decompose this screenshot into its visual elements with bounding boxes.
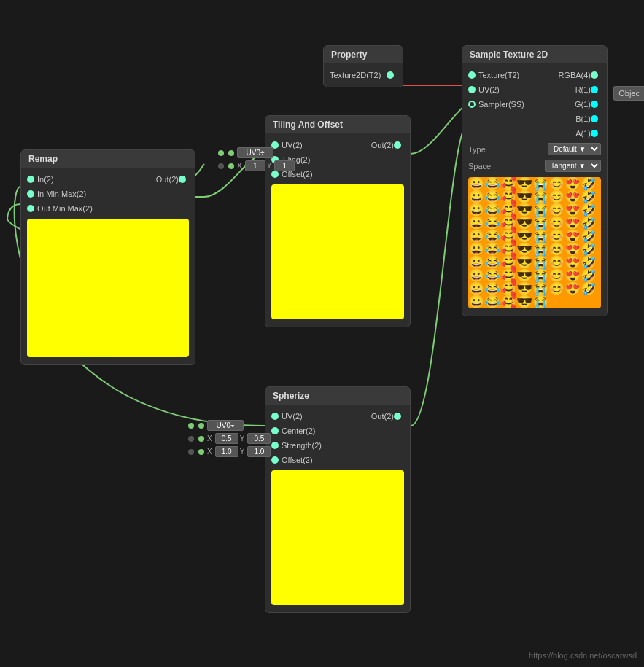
spherize-preview	[271, 470, 404, 605]
remap-preview	[27, 219, 189, 357]
spherize-uv-dropdown-row	[187, 420, 271, 431]
type-select[interactable]: Default ▼	[548, 143, 601, 155]
spherize-uv-in-port[interactable]	[271, 413, 279, 420]
spherize-uv-row: UV(2) Out(2)	[265, 409, 410, 424]
sampler-row: Sampler(SS) G(1)	[462, 97, 607, 112]
tiling-dot2	[228, 150, 234, 156]
emoji-display: 😀😂🥰😎😭😊😍🤣😀😂🥰😎😭😊😍🤣😀😂🥰😎😭😊😍🤣😀😂🥰😎😭😊😍🤣😀😂🥰😎😭😊😍🤣…	[468, 177, 601, 308]
remap-out-port[interactable]	[179, 176, 186, 183]
type-row: Type Default ▼	[462, 141, 607, 157]
tiling-dot3	[218, 163, 224, 169]
r1-out-port[interactable]	[591, 86, 598, 93]
spherize-input-group: X Y X Y	[187, 420, 271, 457]
sample-texture-title: Sample Texture 2D	[462, 46, 607, 63]
spherize-dot4	[198, 436, 204, 442]
sampler-in-port[interactable]	[468, 101, 476, 108]
tiling-offset-in-port[interactable]	[271, 171, 279, 178]
spherize-dot2	[198, 423, 204, 429]
spherize-strength-row: Strength(2)	[265, 438, 410, 453]
tiling-offset-title: Tiling And Offset	[265, 116, 410, 133]
tiling-preview	[271, 184, 404, 319]
spherize-dot1	[188, 423, 194, 429]
space-row: Space Tangent ▼	[462, 157, 607, 174]
remap-in-port[interactable]	[27, 176, 34, 183]
remap-outminmax-row: Out Min Max(2)	[21, 201, 195, 216]
uv2-row: UV(2) R(1)	[462, 82, 607, 97]
b1-out-port[interactable]	[591, 115, 598, 122]
spherize-offset-row: Offset(2)	[265, 453, 410, 467]
spherize-node: Spherize UV(2) Out(2) Center(2) Strength…	[265, 386, 411, 613]
remap-outminmax-port[interactable]	[27, 205, 34, 212]
uv2-in-port[interactable]	[468, 86, 476, 93]
spherize-cx-input[interactable]	[215, 433, 238, 444]
spherize-sy-input[interactable]	[247, 446, 271, 457]
spherize-dot5	[188, 449, 194, 455]
spherize-sx-input[interactable]	[215, 446, 238, 457]
space-select[interactable]: Tangent ▼	[545, 160, 601, 172]
tiling-uv-dropdown-row	[217, 147, 295, 158]
spherize-strength-row: X Y	[187, 446, 271, 457]
url-text: https://blog.csdn.net/oscarwsd	[529, 651, 637, 660]
spherize-cy-input[interactable]	[247, 433, 271, 444]
remap-title: Remap	[21, 150, 195, 168]
spherize-out-port[interactable]	[394, 413, 401, 420]
b1-row: B(1)	[462, 112, 607, 126]
spherize-title: Spherize	[265, 387, 410, 405]
tiling-x-input[interactable]	[245, 160, 265, 171]
tiling-out-port[interactable]	[394, 141, 401, 149]
spherize-strength-in-port[interactable]	[271, 442, 279, 449]
texture-t2-in-port[interactable]	[468, 71, 476, 79]
spherize-uv-input[interactable]	[207, 420, 244, 431]
remap-inminmax-port[interactable]	[27, 190, 34, 198]
remap-inminmax-row: In Min Max(2)	[21, 187, 195, 201]
texture-preview: 😀😂🥰😎😭😊😍🤣😀😂🥰😎😭😊😍🤣😀😂🥰😎😭😊😍🤣😀😂🥰😎😭😊😍🤣😀😂🥰😎😭😊😍🤣…	[468, 177, 601, 308]
a1-row: A(1)	[462, 126, 607, 141]
tiling-y-input[interactable]	[274, 160, 295, 171]
spherize-center-in-port[interactable]	[271, 427, 279, 434]
texture-t2-row: Texture(T2) RGBA(4)	[462, 68, 607, 82]
spherize-offset-in-port[interactable]	[271, 456, 279, 464]
spherize-center-row: Center(2)	[265, 424, 410, 438]
property-out-port[interactable]	[387, 71, 394, 79]
spherize-center-row: X Y	[187, 433, 271, 444]
sample-texture-node: Sample Texture 2D Texture(T2) RGBA(4) UV…	[462, 45, 608, 316]
rgba-out-port[interactable]	[591, 71, 598, 79]
object-button[interactable]: Objec	[613, 86, 644, 101]
tiling-dot4	[228, 163, 234, 169]
tiling-input-group: X Y	[217, 147, 295, 171]
g1-out-port[interactable]	[591, 101, 598, 108]
a1-out-port[interactable]	[591, 130, 598, 137]
remap-in-row: In(2) Out(2)	[21, 172, 195, 187]
property-node-title: Property	[324, 46, 403, 63]
property-node: Property Texture2D(T2)	[323, 45, 403, 87]
tiling-xy-row: X Y	[217, 160, 295, 171]
spherize-dot6	[198, 449, 204, 455]
spherize-dot3	[188, 436, 194, 442]
tiling-uv-input[interactable]	[237, 147, 273, 158]
remap-node: Remap In(2) Out(2) In Min Max(2) Out Min…	[20, 149, 195, 365]
tiling-dot1	[218, 150, 224, 156]
property-texture-row: Texture2D(T2)	[324, 68, 403, 82]
